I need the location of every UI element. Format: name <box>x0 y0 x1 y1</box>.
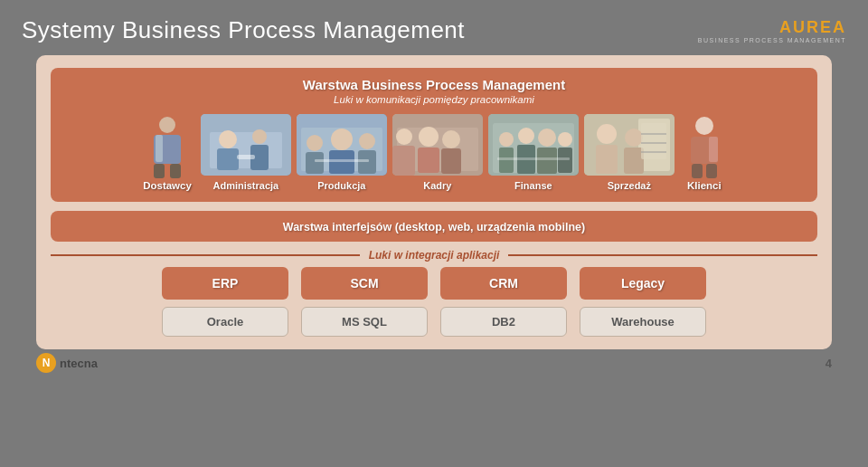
main-area: Warstwa Business Process Management Luki… <box>36 55 832 349</box>
svg-rect-54 <box>706 164 717 178</box>
integration-title-row: Luki w integracji aplikacji <box>51 249 817 262</box>
page-number: 4 <box>826 357 832 370</box>
outer-left: Dostawcy <box>143 115 192 191</box>
outer-right-label: Klienci <box>687 180 722 191</box>
logo-subtitle: BUSINESS PROCESS MANAGEMENT <box>698 37 846 43</box>
svg-point-35 <box>538 129 556 147</box>
svg-rect-24 <box>418 148 439 173</box>
svg-rect-27 <box>392 146 415 176</box>
svg-point-14 <box>331 129 353 150</box>
svg-rect-2 <box>156 135 163 162</box>
kadry-scene-icon <box>392 114 483 176</box>
ntecna-logo: N ntecna <box>36 353 98 373</box>
svg-rect-26 <box>441 148 461 174</box>
role-kadry-label: Kadry <box>423 180 451 191</box>
svg-rect-17 <box>306 152 324 174</box>
integration-label: Luki w integracji aplikacji <box>360 249 509 262</box>
svg-rect-45 <box>624 148 644 174</box>
svg-rect-8 <box>217 148 239 170</box>
ntecna-n-icon: N <box>36 353 56 373</box>
page-title: Systemy Business Process Management <box>22 16 465 44</box>
role-finanse: Finanse <box>488 114 579 191</box>
role-sprzedaz-label: Sprzedaż <box>608 180 651 191</box>
interface-layer: Warstwa interfejsów (desktop, web, urząd… <box>51 211 817 242</box>
role-produkcja-label: Produkcja <box>317 180 365 191</box>
role-administracja: Administracja <box>201 114 291 191</box>
logo-name: AUREA <box>779 18 846 37</box>
finanse-photo <box>488 114 579 176</box>
logo-area: AUREA BUSINESS PROCESS MANAGEMENT <box>698 18 846 43</box>
bpm-layer-subtitle: Luki w komunikacji pomiędzy pracownikami <box>63 94 805 105</box>
svg-rect-20 <box>315 159 369 162</box>
svg-rect-39 <box>497 157 570 160</box>
svg-rect-36 <box>537 148 557 174</box>
interface-label: Warstwa interfejsów (desktop, web, urząd… <box>283 221 585 234</box>
svg-point-23 <box>419 127 439 147</box>
bpm-layer: Warstwa Business Process Management Luki… <box>51 68 817 202</box>
svg-point-50 <box>695 117 713 135</box>
administracja-photo <box>201 114 291 176</box>
svg-point-31 <box>499 132 514 147</box>
svg-point-42 <box>597 124 617 144</box>
sprzedaz-scene-icon <box>584 114 675 176</box>
svg-rect-4 <box>170 164 181 178</box>
db-db2: DB2 <box>440 307 567 337</box>
role-produkcja: Produkcja <box>297 114 387 191</box>
db-section: Oracle MS SQL DB2 Warehouse <box>51 307 817 337</box>
svg-rect-43 <box>596 145 618 174</box>
finanse-scene-icon <box>488 114 579 176</box>
ntecna-n-letter: N <box>42 357 51 369</box>
db-row: Oracle MS SQL DB2 Warehouse <box>51 307 817 337</box>
svg-rect-53 <box>692 164 703 178</box>
produkcja-photo <box>297 114 387 176</box>
svg-point-18 <box>359 133 375 149</box>
app-legacy: Legacy <box>580 267 706 300</box>
svg-point-37 <box>558 132 572 147</box>
app-erp: ERP <box>162 267 288 300</box>
db-oracle: Oracle <box>162 307 288 337</box>
svg-rect-52 <box>709 137 718 162</box>
sprzedaz-photo <box>584 114 675 176</box>
outer-right: Klienci <box>684 115 725 191</box>
db-mssql: MS SQL <box>301 307 428 337</box>
role-kadry: Kadry <box>392 114 483 191</box>
integration-line-left <box>51 254 360 256</box>
outer-left-label: Dostawcy <box>143 180 192 191</box>
role-administracja-label: Administracja <box>212 180 278 191</box>
admin-scene-icon <box>201 114 291 176</box>
svg-point-33 <box>518 128 534 144</box>
svg-point-7 <box>219 130 237 148</box>
svg-point-9 <box>252 129 267 144</box>
svg-point-28 <box>396 129 412 145</box>
svg-rect-0 <box>159 117 175 133</box>
klienci-person-icon <box>684 115 725 180</box>
dostawcy-person-icon <box>146 115 188 180</box>
role-sprzedaz: Sprzedaż <box>584 114 675 191</box>
svg-rect-46 <box>641 123 666 159</box>
ntecna-text: ntecna <box>60 357 98 370</box>
svg-point-16 <box>307 135 323 151</box>
app-scm: SCM <box>301 267 428 300</box>
svg-point-25 <box>442 130 460 148</box>
header: Systemy Business Process Management AURE… <box>0 0 868 55</box>
svg-point-44 <box>625 129 643 147</box>
bpm-layer-title: Warstwa Business Process Management <box>63 77 805 92</box>
app-crm: CRM <box>440 267 567 300</box>
kadry-photo <box>392 114 483 176</box>
integration-section: Luki w integracji aplikacji ERP SCM CRM … <box>51 249 817 300</box>
integration-line-right <box>508 254 817 256</box>
apps-row: ERP SCM CRM Legacy <box>51 267 817 300</box>
produkcja-scene-icon <box>297 114 387 176</box>
role-finanse-label: Finanse <box>514 180 552 191</box>
svg-rect-11 <box>237 155 255 159</box>
bottom-bar: N ntecna 4 <box>0 349 868 375</box>
db-warehouse: Warehouse <box>580 307 706 337</box>
svg-rect-3 <box>154 164 165 178</box>
